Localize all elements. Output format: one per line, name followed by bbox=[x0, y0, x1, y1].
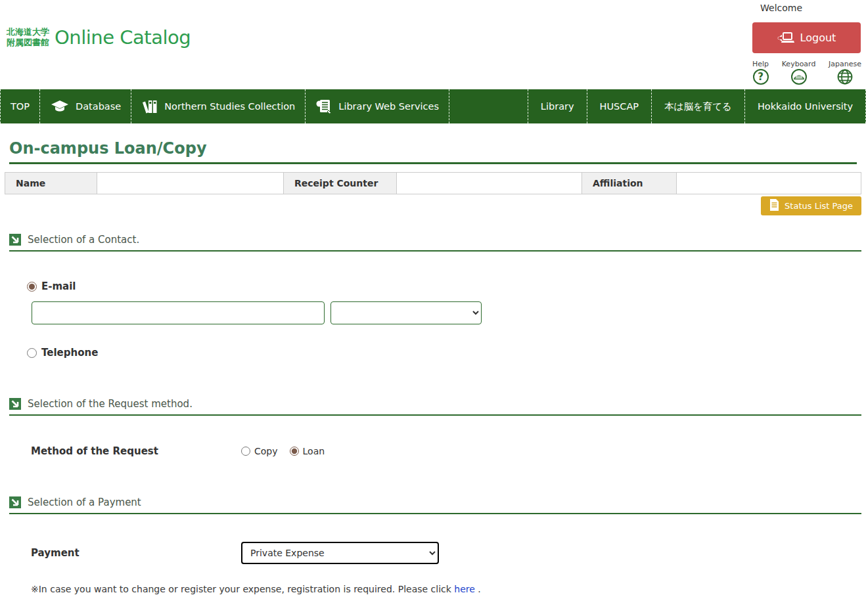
nav-item-books-grow-brain[interactable]: 本は脳を育てる bbox=[651, 89, 744, 123]
status-list-page-button[interactable]: Status List Page bbox=[761, 196, 861, 215]
receipt-counter-value bbox=[397, 173, 582, 194]
copy-radio-option[interactable]: Copy bbox=[241, 446, 278, 456]
nav-item-hokkaido-university[interactable]: Hokkaido University bbox=[744, 89, 866, 123]
graduation-cap-icon bbox=[50, 99, 70, 114]
payment-label: Payment bbox=[31, 547, 241, 559]
contact-section-title: Selection of a Contact. bbox=[28, 234, 139, 246]
email-radio[interactable] bbox=[27, 282, 37, 292]
nav-item-northern-studies[interactable]: Northern Studies Collection bbox=[131, 89, 305, 123]
question-icon: ? bbox=[753, 69, 769, 85]
method-of-request-label: Method of the Request bbox=[31, 445, 241, 457]
telephone-label: Telephone bbox=[41, 347, 98, 359]
journal-icon bbox=[315, 99, 332, 114]
payment-note: ※In case you want to change or register … bbox=[31, 584, 861, 594]
status-button-label: Status List Page bbox=[785, 201, 853, 211]
contact-section-header: Selection of a Contact. bbox=[9, 234, 861, 252]
loan-radio[interactable] bbox=[290, 447, 299, 456]
user-info-table: Name Receipt Counter Affiliation bbox=[5, 172, 861, 194]
logo-english-text: Online Catalog bbox=[55, 26, 191, 49]
email-label: E-mail bbox=[41, 280, 76, 292]
page-header: 北海道大学 附属図書館 Online Catalog Welcome Logou… bbox=[0, 0, 866, 89]
payment-section-title: Selection of a Payment bbox=[28, 496, 141, 508]
japanese-language-link[interactable]: Japanese bbox=[829, 60, 861, 87]
page-title: On-campus Loan/Copy bbox=[9, 139, 857, 164]
registration-here-link[interactable]: here bbox=[454, 584, 475, 594]
nav-item-database[interactable]: Database bbox=[39, 89, 131, 123]
logout-button[interactable]: Logout bbox=[752, 22, 861, 53]
copy-radio[interactable] bbox=[241, 447, 250, 456]
name-value bbox=[97, 173, 284, 194]
receipt-counter-header: Receipt Counter bbox=[284, 173, 397, 194]
main-navigation: TOP Database Northern Studi bbox=[0, 89, 866, 123]
books-icon bbox=[141, 99, 158, 114]
email-input[interactable] bbox=[32, 301, 325, 324]
telephone-radio[interactable] bbox=[27, 348, 37, 358]
request-section-header: Selection of the Request method. bbox=[9, 398, 861, 416]
nav-item-huscap[interactable]: HUSCAP bbox=[587, 89, 652, 123]
logout-label: Logout bbox=[800, 32, 836, 44]
arrow-down-right-icon bbox=[9, 234, 21, 246]
payment-section-header: Selection of a Payment bbox=[9, 496, 861, 514]
request-section-title: Selection of the Request method. bbox=[28, 398, 193, 410]
loan-radio-option[interactable]: Loan bbox=[290, 446, 325, 456]
nav-item-library[interactable]: Library bbox=[528, 89, 587, 123]
welcome-text: Welcome bbox=[760, 3, 861, 13]
globe-icon bbox=[836, 69, 854, 87]
logo-japanese-text: 北海道大学 附属図書館 bbox=[7, 27, 49, 49]
keyboard-icon bbox=[790, 69, 808, 87]
affiliation-header: Affiliation bbox=[582, 173, 677, 194]
arrow-down-right-icon bbox=[9, 496, 21, 508]
help-link[interactable]: Help ? bbox=[752, 60, 769, 87]
email-domain-select[interactable] bbox=[330, 301, 482, 324]
table-row: Name Receipt Counter Affiliation bbox=[5, 173, 861, 194]
arrow-down-right-icon bbox=[9, 398, 21, 410]
site-logo[interactable]: 北海道大学 附属図書館 Online Catalog bbox=[7, 26, 191, 49]
logout-laptop-icon bbox=[777, 32, 794, 45]
payment-select[interactable]: Private Expense bbox=[241, 542, 439, 564]
affiliation-value bbox=[677, 173, 861, 194]
nav-item-top[interactable]: TOP bbox=[0, 89, 39, 123]
nav-item-library-web-services[interactable]: Library Web Services bbox=[305, 89, 449, 123]
name-header: Name bbox=[5, 173, 97, 194]
keyboard-link[interactable]: Keyboard bbox=[782, 60, 816, 87]
document-icon bbox=[769, 199, 779, 213]
